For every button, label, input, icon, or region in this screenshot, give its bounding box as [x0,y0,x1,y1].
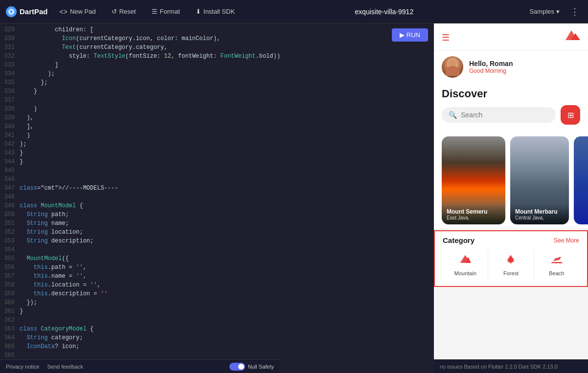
run-button[interactable]: ▶ RUN [392,28,428,42]
install-sdk-button[interactable]: ⬇ Install SDK [192,6,239,17]
line-number: 365 [0,342,20,351]
toolbar: DartPad <> New Pad ↺ Reset ☰ Format ⬇ In… [0,0,588,23]
samples-label: Samples [529,8,554,15]
line-code [20,245,434,254]
line-number: 351 [0,219,20,228]
line-code: ); [20,140,434,149]
code-line: 336 } [0,87,434,96]
line-code: ) [20,105,434,113]
line-number: 350 [0,210,20,219]
send-feedback-link[interactable]: Send feedback [47,364,83,370]
reset-button[interactable]: ↺ Reset [108,6,140,17]
line-code: }); [20,298,434,307]
line-number: 334 [0,69,20,78]
editor-footer: Privacy notice Send feedback Null Safety [0,359,280,373]
svg-rect-7 [510,262,512,263]
code-line: 358 this.location = '', [0,281,434,289]
privacy-notice-link[interactable]: Privacy notice [6,364,39,370]
line-number: 336 [0,87,20,96]
code-line: 353 String description; [0,237,434,245]
line-number: 360 [0,298,20,307]
card-semeru[interactable]: Mount Semeru East Java, [442,136,505,224]
code-line: 351 String name; [0,219,434,228]
line-number: 347 [0,184,20,193]
card-third-bg [574,136,588,224]
right-panel: ☰ Hello, Roman Good Morning [434,23,588,373]
line-code [20,351,434,359]
search-input[interactable] [461,111,549,119]
code-line: 331 Text(currentCategory.category, [0,43,434,52]
time-greeting: Good Morning [469,67,513,74]
category-mountain-label: Mountain [454,270,476,276]
line-code: } [20,87,434,96]
line-code: } [20,307,434,316]
line-code: Icon(currentCategory.icon, color: mainCo… [20,34,434,43]
profile-section: Hello, Roman Good Morning [434,50,588,84]
hamburger-menu-icon[interactable]: ☰ [442,32,450,43]
logo-text: DartPad [20,7,48,16]
code-editor[interactable]: ▶ RUN 329 children: [330 Icon(currentCat… [0,23,434,373]
avatar-image [442,56,463,78]
new-pad-icon: <> [60,8,68,16]
null-safety-toggle[interactable] [229,363,245,371]
line-number: 343 [0,149,20,157]
line-number: 344 [0,157,20,166]
line-number: 346 [0,175,20,184]
line-number: 345 [0,166,20,175]
format-icon: ☰ [152,8,158,15]
line-code: class MountModel { [20,201,434,210]
code-line: 363class CategoryModel { [0,325,434,333]
null-safety-toggle-area: Null Safety [229,363,274,371]
see-more-button[interactable]: See More [554,237,579,244]
code-line: 342); [0,140,434,149]
line-number: 331 [0,43,20,52]
line-code: }; [20,78,434,87]
category-items: Mountain Forest [443,249,579,280]
line-code [20,193,434,201]
category-mountain[interactable]: Mountain [443,249,488,280]
line-number: 353 [0,237,20,245]
line-number: 362 [0,316,20,325]
more-options-button[interactable]: ⋮ [567,4,582,19]
line-code: style: TextStyle(fontSize: 12, fontWeigh… [20,52,434,61]
card-merbaru[interactable]: Mount Merbaru Central Java, [510,136,569,224]
mountain-icon [459,253,471,267]
code-line: 350 String path; [0,210,434,219]
category-title: Category [443,236,475,244]
card-semeru-location: East Java, [447,215,500,220]
line-code: String category; [20,333,434,342]
code-line: 344} [0,157,434,166]
filter-button[interactable]: ⊞ [561,105,580,125]
code-line: 348 [0,193,434,201]
new-pad-label: New Pad [70,8,96,15]
code-line: 366 [0,351,434,359]
code-line: 333 ] [0,61,434,69]
line-number: 354 [0,245,20,254]
code-line: 354 [0,245,434,254]
line-code: String path; [20,210,434,219]
code-line: 347class="cmt">//----MODELS---- [0,184,434,193]
line-number: 348 [0,193,20,201]
chevron-down-icon: ▾ [556,8,560,15]
code-line: 360 }); [0,298,434,307]
code-line: 357 this.name = '', [0,272,434,281]
cards-section: Mount Semeru East Java, Mount Merbaru Ce… [434,131,588,228]
card-semeru-name: Mount Semeru [447,208,500,215]
line-number: 333 [0,61,20,69]
new-pad-button[interactable]: <> New Pad [56,6,100,18]
line-number: 349 [0,201,20,210]
code-scroll-area[interactable]: 329 children: [330 Icon(currentCategory.… [0,23,434,359]
reset-label: Reset [119,8,136,15]
code-line: 345 [0,166,434,175]
category-beach[interactable]: Beach [534,249,579,280]
search-bar[interactable]: 🔍 [442,107,556,123]
reset-icon: ↺ [112,8,117,15]
samples-button[interactable]: Samples ▾ [529,8,560,15]
category-forest[interactable]: Forest [488,249,534,280]
line-code [20,96,434,105]
format-button[interactable]: ☰ Format [148,6,184,17]
line-code: ], [20,122,434,131]
code-line: 346 [0,175,434,184]
card-third[interactable] [574,136,588,224]
line-code: String description; [20,237,434,245]
